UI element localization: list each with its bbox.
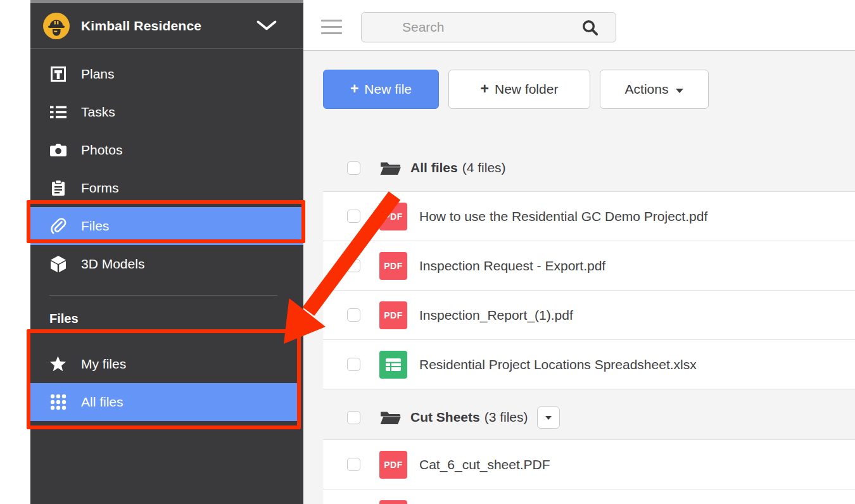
project-selector[interactable]: Kimball Residence bbox=[30, 3, 303, 49]
search-icon[interactable] bbox=[581, 19, 599, 37]
new-file-label: New file bbox=[364, 82, 412, 97]
plans-icon bbox=[49, 66, 66, 82]
file-checkbox[interactable] bbox=[347, 259, 360, 272]
actions-label: Actions bbox=[625, 82, 669, 97]
file-checkbox[interactable] bbox=[347, 458, 360, 471]
group-name: All files bbox=[410, 160, 458, 175]
group-checkbox[interactable] bbox=[347, 411, 360, 424]
sidebar-item-label: Forms bbox=[81, 180, 119, 196]
sidebar-item-label: Photos bbox=[81, 142, 122, 158]
folder-icon bbox=[380, 410, 401, 425]
actions-button[interactable]: Actions bbox=[600, 70, 709, 109]
file-row[interactable]: PDF Cat_6_cut_sheet.PDF bbox=[323, 440, 855, 489]
group-count: (3 files) bbox=[484, 410, 528, 424]
divider bbox=[49, 295, 277, 296]
caret-down-icon bbox=[676, 89, 683, 93]
file-name: Residential Project Locations Spreadshee… bbox=[419, 357, 697, 372]
spreadsheet-file-icon bbox=[379, 351, 407, 379]
group-name: Cut Sheets bbox=[410, 410, 480, 424]
caret-down-icon bbox=[545, 416, 552, 420]
star-icon bbox=[49, 356, 66, 372]
sidebar-item-label: All files bbox=[81, 394, 124, 410]
chevron-down-icon bbox=[256, 20, 277, 31]
pdf-file-icon: PDF bbox=[379, 252, 407, 280]
sidebar: Kimball Residence Plans bbox=[30, 0, 303, 504]
sidebar-item-plans[interactable]: Plans bbox=[30, 55, 303, 93]
files-subnav: My files All files bbox=[30, 345, 303, 421]
files-section-title: Files bbox=[49, 312, 79, 326]
plus-icon: + bbox=[481, 80, 489, 98]
project-title: Kimball Residence bbox=[81, 18, 201, 34]
file-rows-group-2: PDF Cat_6_cut_sheet.PDF PDF bbox=[323, 439, 855, 504]
search-box bbox=[361, 12, 616, 42]
pdf-file-icon: PDF bbox=[379, 301, 407, 329]
sidebar-item-all-files[interactable]: All files bbox=[30, 383, 300, 421]
pdf-file-icon: PDF bbox=[379, 451, 407, 479]
sidebar-item-3d-models[interactable]: 3D Models bbox=[30, 245, 303, 283]
sidebar-nav: Plans Tasks bbox=[30, 55, 303, 283]
folder-group-header-cut-sheets: Cut Sheets(3 files) bbox=[347, 403, 560, 431]
tasks-icon bbox=[49, 105, 66, 119]
file-row[interactable]: PDF How to use the Residential GC Demo P… bbox=[323, 192, 855, 241]
folder-icon bbox=[380, 160, 401, 176]
grid-dots-icon bbox=[49, 394, 66, 410]
sidebar-item-label: Files bbox=[81, 218, 109, 234]
camera-icon bbox=[49, 143, 66, 157]
fieldwire-logo bbox=[43, 13, 70, 39]
pdf-file-icon: PDF bbox=[379, 203, 407, 230]
file-row-partial[interactable]: PDF bbox=[323, 489, 855, 504]
clipboard-icon bbox=[49, 180, 66, 196]
file-rows-group-1: PDF How to use the Residential GC Demo P… bbox=[323, 191, 855, 389]
new-folder-button[interactable]: + New folder bbox=[448, 70, 590, 109]
sidebar-item-label: Plans bbox=[81, 66, 115, 82]
main-content: + New file + New folder Actions All file… bbox=[303, 0, 855, 504]
sidebar-item-my-files[interactable]: My files bbox=[30, 345, 303, 383]
paperclip-icon bbox=[49, 218, 66, 235]
sidebar-item-label: My files bbox=[81, 356, 126, 372]
folder-options-dropdown[interactable] bbox=[537, 406, 560, 429]
sidebar-item-label: Tasks bbox=[81, 104, 115, 120]
sidebar-item-files[interactable]: Files bbox=[30, 207, 303, 245]
file-name: Inspection Request - Export.pdf bbox=[419, 258, 605, 274]
sidebar-item-photos[interactable]: Photos bbox=[30, 131, 303, 169]
file-checkbox[interactable] bbox=[347, 358, 360, 371]
file-row[interactable]: PDF Inspection_Report_(1).pdf bbox=[323, 291, 855, 340]
file-row[interactable]: Residential Project Locations Spreadshee… bbox=[323, 340, 855, 389]
file-row[interactable]: PDF Inspection Request - Export.pdf bbox=[323, 241, 855, 291]
file-checkbox[interactable] bbox=[347, 210, 360, 223]
new-folder-label: New folder bbox=[495, 82, 558, 97]
file-name: How to use the Residential GC Demo Proje… bbox=[419, 209, 707, 224]
plus-icon: + bbox=[350, 80, 358, 98]
cube-icon bbox=[49, 255, 66, 273]
search-input[interactable] bbox=[362, 13, 616, 42]
file-name: Inspection_Report_(1).pdf bbox=[419, 308, 573, 323]
file-checkbox[interactable] bbox=[347, 308, 360, 322]
sidebar-item-forms[interactable]: Forms bbox=[30, 169, 303, 207]
menu-icon[interactable] bbox=[321, 20, 342, 35]
file-name: Cat_6_cut_sheet.PDF bbox=[419, 457, 550, 472]
new-file-button[interactable]: + New file bbox=[323, 70, 439, 109]
sidebar-item-tasks[interactable]: Tasks bbox=[30, 93, 303, 131]
group-checkbox[interactable] bbox=[347, 161, 360, 175]
pdf-file-icon: PDF bbox=[379, 500, 407, 504]
topbar bbox=[303, 0, 855, 51]
sidebar-item-label: 3D Models bbox=[81, 256, 144, 272]
group-count: (4 files) bbox=[462, 160, 506, 175]
folder-group-header-all-files: All files(4 files) bbox=[347, 154, 506, 182]
